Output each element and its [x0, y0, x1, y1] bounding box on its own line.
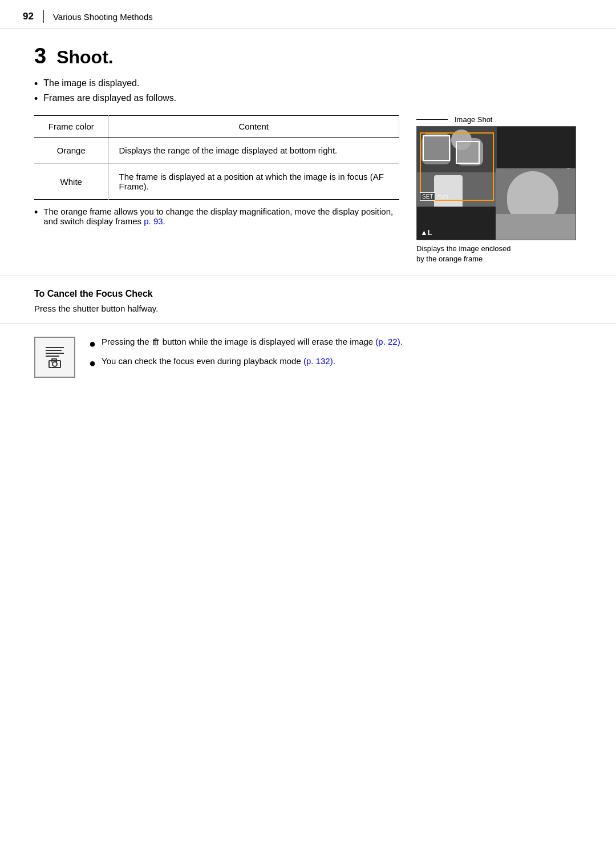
bullet-dot-2: • [34, 93, 38, 105]
orange-note: • The orange frame allows you to change … [34, 207, 399, 226]
frame-table: Frame color Content Orange Displays the … [34, 115, 399, 200]
step-number: 3 [34, 45, 46, 67]
note-line-3 [46, 353, 64, 354]
note-line-4 [46, 356, 59, 357]
l-icon: ▲L [420, 228, 432, 237]
bullet-2: • Frames are displayed as follows. [34, 93, 582, 105]
note-line-1 [46, 347, 64, 348]
note-bullet-1: ● Pressing the 🗑 button while the image … [89, 337, 582, 350]
bullet-2-text: Frames are displayed as follows. [43, 93, 176, 103]
image-panel: Image Shot [416, 115, 582, 264]
table-area: Frame color Content Orange Displays the … [34, 115, 399, 237]
content-row: Frame color Content Orange Displays the … [34, 115, 582, 264]
color-orange: Orange [34, 138, 108, 164]
caption-text: Displays the image enclosedby the orange… [416, 244, 510, 263]
bullet-1-text: The image is displayed. [43, 78, 139, 88]
cancel-heading: To Cancel the Focus Check [34, 289, 582, 299]
large-body [496, 214, 576, 240]
trash-icon: 🗑 [152, 337, 160, 346]
content-orange: Displays the range of the image displaye… [108, 138, 399, 164]
col1-header: Frame color [34, 116, 108, 138]
inset-face-area [496, 168, 576, 240]
note-icon-block [34, 337, 75, 378]
orange-note-dot: • [34, 207, 38, 219]
note-bullet-2: ● You can check the focus even during pl… [89, 356, 582, 370]
orange-note-before: The orange frame allows you to change th… [43, 207, 393, 226]
cancel-section: To Cancel the Focus Check Press the shut… [0, 276, 616, 324]
page: 92 Various Shooting Methods 3 Shoot. • T… [0, 0, 616, 868]
orange-note-after: . [163, 216, 165, 226]
step-title: Shoot. [56, 47, 114, 68]
set-area: SET □-□ [420, 192, 448, 201]
page-header: 92 Various Shooting Methods [0, 0, 616, 29]
note-content: ● Pressing the 🗑 button while the image … [89, 337, 582, 376]
note-link-1[interactable]: (p. 22) [375, 337, 400, 346]
note-bullet-dot-2: ● [89, 356, 96, 370]
note-line-2 [46, 350, 62, 351]
color-white: White [34, 164, 108, 200]
header-title: Various Shooting Methods [53, 12, 153, 22]
shot-label-line [416, 119, 448, 120]
set-label: SET [420, 192, 435, 201]
camera-small-icon [48, 360, 61, 368]
intro-bullets: • The image is displayed. • Frames are d… [34, 78, 582, 105]
note-bullet-dot-1: ● [89, 337, 96, 350]
bullet-dot-1: • [34, 78, 38, 90]
note-section: ● Pressing the 🗑 button while the image … [0, 324, 616, 395]
white-frame-1 [423, 135, 450, 161]
image-shot-label: Image Shot [416, 115, 582, 124]
shot-label-text: Image Shot [455, 115, 493, 124]
note-lines-icon [46, 347, 64, 357]
step-3-section: 3 Shoot. • The image is displayed. • Fra… [0, 29, 616, 276]
white-frame-2 [456, 141, 480, 164]
orange-note-text: The orange frame allows you to change th… [43, 207, 399, 226]
page-number: 92 [23, 11, 34, 22]
table-row: Orange Displays the range of the image d… [34, 138, 399, 164]
note-bullet-2-text: You can check the focus even during play… [102, 356, 335, 366]
set-icons: □-□ [437, 193, 448, 201]
header-divider [43, 10, 44, 23]
cancel-text: Press the shutter button halfway. [34, 304, 582, 313]
camera-preview: Q SET □-□ ▲L [416, 126, 576, 240]
bullet-1: • The image is displayed. [34, 78, 582, 90]
note-bullet-1-text: Pressing the 🗑 button while the image is… [102, 337, 403, 347]
col2-header: Content [108, 116, 399, 138]
content-white: The frame is displayed at a position at … [108, 164, 399, 200]
preview-caption: Displays the image enclosedby the orange… [416, 244, 582, 264]
table-row: White The frame is displayed at a positi… [34, 164, 399, 200]
orange-note-link[interactable]: p. 93 [144, 216, 163, 226]
step-header: 3 Shoot. [34, 45, 582, 68]
note-link-2[interactable]: (p. 132) [303, 356, 333, 366]
